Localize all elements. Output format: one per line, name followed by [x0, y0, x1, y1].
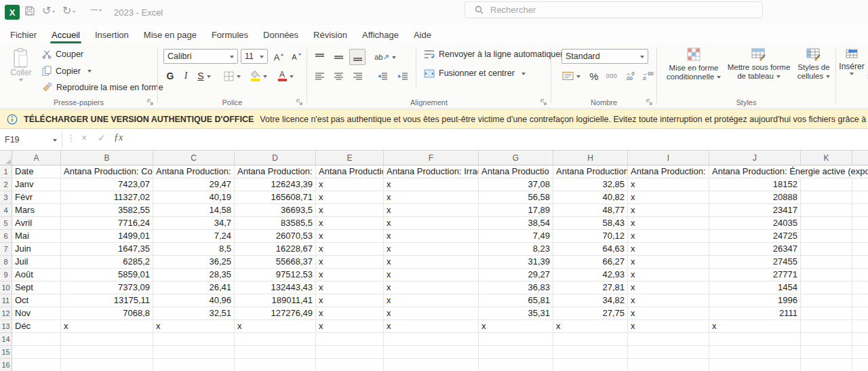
- cell-E3[interactable]: x: [316, 191, 384, 204]
- align-center-button[interactable]: [330, 68, 347, 84]
- cell-I7[interactable]: x: [628, 243, 709, 256]
- cell-H16[interactable]: [553, 359, 628, 371]
- cell-I8[interactable]: x: [628, 256, 709, 269]
- column-header-K[interactable]: K: [801, 151, 852, 165]
- cell-B14[interactable]: [61, 333, 153, 346]
- cell-styles-button[interactable]: Styles de cellules: [794, 47, 833, 81]
- decrease-decimal-button[interactable]: →00.0: [639, 68, 656, 84]
- cell-F8[interactable]: x: [384, 256, 479, 269]
- cell-D1[interactable]: Antana Production: I: [235, 165, 316, 178]
- cell-partial6[interactable]: [852, 230, 868, 243]
- cell-E15[interactable]: [316, 346, 384, 359]
- column-header-H[interactable]: H: [553, 151, 628, 165]
- row-header-3[interactable]: 3: [0, 191, 12, 204]
- cell-H13[interactable]: x: [553, 320, 628, 333]
- increase-indent-button[interactable]: [394, 68, 412, 84]
- cell-F10[interactable]: x: [384, 281, 479, 294]
- cell-G2[interactable]: 37,08: [479, 178, 553, 191]
- cell-A8[interactable]: Juil: [12, 256, 61, 269]
- cell-E10[interactable]: x: [316, 281, 384, 294]
- cell-partial8[interactable]: [852, 256, 868, 269]
- cell-B5[interactable]: 7716,24: [61, 217, 153, 230]
- cell-I16[interactable]: [628, 359, 709, 371]
- cell-E11[interactable]: x: [316, 294, 384, 307]
- cell-J2[interactable]: 18152: [709, 178, 801, 191]
- cell-F5[interactable]: x: [384, 217, 479, 230]
- cell-E2[interactable]: x: [316, 178, 384, 191]
- clipboard-dialog-launcher[interactable]: [147, 99, 153, 105]
- cell-D9[interactable]: 97512,53: [235, 269, 316, 281]
- borders-button[interactable]: [220, 68, 243, 84]
- cell-E4[interactable]: x: [316, 204, 384, 217]
- tab-mise-en-page[interactable]: Mise en page: [136, 26, 204, 43]
- column-header-C[interactable]: C: [153, 151, 235, 165]
- fill-color-button[interactable]: [246, 68, 271, 84]
- row-header-15[interactable]: 15: [0, 346, 12, 359]
- cell-B3[interactable]: 11327,02: [61, 191, 153, 204]
- cell-H6[interactable]: 70,12: [553, 230, 628, 243]
- cell-I15[interactable]: [628, 346, 709, 359]
- column-header-J[interactable]: J: [709, 151, 801, 165]
- cell-E12[interactable]: x: [316, 307, 384, 320]
- cell-I1[interactable]: Antana Production:: [628, 165, 709, 178]
- chevron-down-icon[interactable]: [73, 11, 75, 14]
- row-header-13[interactable]: 13: [0, 320, 12, 333]
- paste-button[interactable]: Coller: [7, 47, 35, 82]
- align-left-button[interactable]: [311, 68, 328, 84]
- row-header-14[interactable]: 14: [0, 333, 12, 346]
- cell-J15[interactable]: [709, 346, 801, 359]
- cell-D7[interactable]: 16228,67: [235, 243, 316, 256]
- align-bottom-button[interactable]: [349, 49, 366, 65]
- cell-B4[interactable]: 3582,55: [61, 204, 153, 217]
- cell-B9[interactable]: 5859,01: [61, 269, 153, 281]
- cell-J14[interactable]: [709, 333, 801, 346]
- column-header-E[interactable]: E: [316, 151, 384, 165]
- cell-J16[interactable]: [709, 359, 801, 371]
- cell-H4[interactable]: 48,77: [553, 204, 628, 217]
- cell-K14[interactable]: [801, 333, 852, 346]
- cell-B16[interactable]: [61, 359, 153, 371]
- cell-A9[interactable]: Août: [12, 269, 61, 281]
- cell-I2[interactable]: x: [628, 178, 709, 191]
- format-painter-button[interactable]: Reproduire la mise en forme: [42, 82, 163, 92]
- cell-C5[interactable]: 34,7: [153, 217, 235, 230]
- cell-H3[interactable]: 40,82: [553, 191, 628, 204]
- cell-D3[interactable]: 165608,71: [235, 191, 316, 204]
- align-middle-button[interactable]: [330, 49, 347, 65]
- number-dialog-launcher[interactable]: [646, 99, 652, 105]
- cell-E9[interactable]: x: [316, 269, 384, 281]
- cell-A12[interactable]: Nov: [12, 307, 61, 320]
- format-as-table-button[interactable]: Mettre sous forme de tableau: [725, 47, 793, 81]
- cell-A1[interactable]: Date: [12, 165, 61, 178]
- cell-C16[interactable]: [153, 359, 235, 371]
- cell-K2[interactable]: [801, 178, 852, 191]
- cell-A13[interactable]: Déc: [12, 320, 61, 333]
- cell-D6[interactable]: 26070,53: [235, 230, 316, 243]
- cancel-button[interactable]: ×: [81, 132, 87, 143]
- orientation-button[interactable]: ab↗: [372, 49, 398, 65]
- column-header-A[interactable]: A: [12, 151, 61, 165]
- row-header-10[interactable]: 10: [0, 281, 12, 294]
- cell-C7[interactable]: 8,5: [153, 243, 235, 256]
- cell-F15[interactable]: [384, 346, 479, 359]
- cell-A3[interactable]: Févr: [12, 191, 61, 204]
- cut-button[interactable]: Couper: [42, 50, 83, 59]
- cell-K9[interactable]: [801, 269, 852, 281]
- cell-H9[interactable]: 42,93: [553, 269, 628, 281]
- cell-I11[interactable]: x: [628, 294, 709, 307]
- cell-C2[interactable]: 29,47: [153, 178, 235, 191]
- formula-bar-grip[interactable]: ⋮: [66, 133, 75, 143]
- cell-K12[interactable]: [801, 307, 852, 320]
- cell-G8[interactable]: 31,39: [479, 256, 553, 269]
- excel-app-icon[interactable]: X: [5, 5, 20, 20]
- cell-F3[interactable]: x: [384, 191, 479, 204]
- cell-B2[interactable]: 7423,07: [61, 178, 153, 191]
- cell-E14[interactable]: [316, 333, 384, 346]
- cell-E8[interactable]: x: [316, 256, 384, 269]
- cell-J5[interactable]: 24035: [709, 217, 801, 230]
- row-header-5[interactable]: 5: [0, 217, 12, 230]
- cell-H7[interactable]: 64,63: [553, 243, 628, 256]
- cell-F16[interactable]: [384, 359, 479, 371]
- cell-A16[interactable]: [12, 359, 61, 371]
- cell-C8[interactable]: 36,25: [153, 256, 235, 269]
